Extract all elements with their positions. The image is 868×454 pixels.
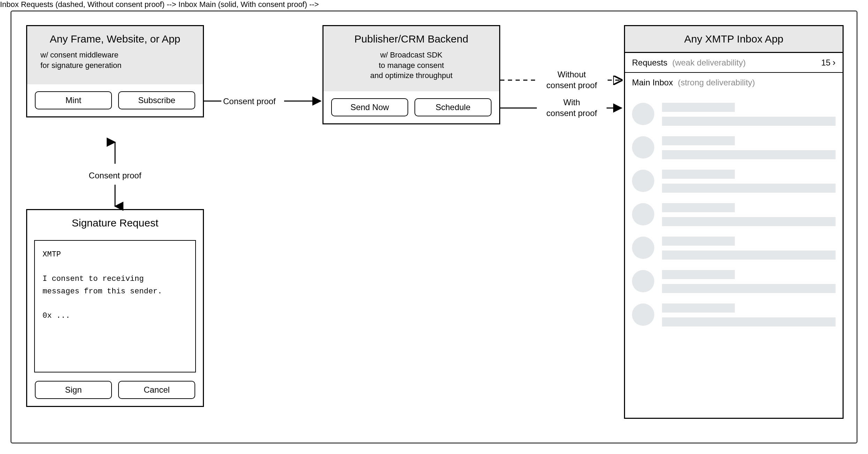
message-preview bbox=[662, 170, 836, 193]
message-preview bbox=[662, 136, 836, 159]
placeholder-line bbox=[662, 203, 735, 212]
mint-button[interactable]: Mint bbox=[35, 91, 112, 109]
edge-label-without-consent: Without consent proof bbox=[537, 69, 607, 91]
frontend-button-row: Mint Subscribe bbox=[27, 84, 203, 116]
list-item[interactable] bbox=[632, 170, 836, 193]
requests-count: 15 bbox=[821, 58, 831, 68]
placeholder-line bbox=[662, 117, 836, 126]
cancel-button[interactable]: Cancel bbox=[118, 381, 195, 399]
list-item[interactable] bbox=[632, 270, 836, 293]
message-preview bbox=[662, 237, 836, 260]
message-preview bbox=[662, 303, 836, 326]
subscribe-button[interactable]: Subscribe bbox=[118, 91, 195, 109]
avatar bbox=[632, 170, 654, 192]
requests-label: Requests bbox=[632, 58, 667, 68]
list-item[interactable] bbox=[632, 136, 836, 159]
edge-label-with-consent: With consent proof bbox=[537, 97, 607, 118]
signature-message: XMTP I consent to receiving messages fro… bbox=[34, 240, 196, 372]
backend-subtitle: w/ Broadcast SDK to manage consent and o… bbox=[333, 50, 489, 81]
send-now-button[interactable]: Send Now bbox=[331, 98, 408, 116]
backend-box: Publisher/CRM Backend w/ Broadcast SDK t… bbox=[322, 25, 500, 124]
signature-request-box: Signature Request XMTP I consent to rece… bbox=[26, 209, 204, 407]
placeholder-line bbox=[662, 103, 735, 112]
placeholder-line bbox=[662, 270, 735, 279]
list-item[interactable] bbox=[632, 103, 836, 126]
main-inbox-hint: (strong deliverability) bbox=[678, 78, 755, 87]
edge-label-consent-proof-fe-sig: Consent proof bbox=[59, 170, 171, 181]
sign-button[interactable]: Sign bbox=[35, 381, 112, 399]
backend-header: Publisher/CRM Backend w/ Broadcast SDK t… bbox=[323, 26, 499, 91]
schedule-button[interactable]: Schedule bbox=[414, 98, 492, 116]
message-preview bbox=[662, 103, 836, 126]
avatar bbox=[632, 203, 654, 225]
avatar bbox=[632, 103, 654, 125]
signature-button-row: Sign Cancel bbox=[27, 379, 203, 406]
diagram-canvas: Any Frame, Website, or App w/ consent mi… bbox=[0, 0, 868, 454]
inbox-title: Any XMTP Inbox App bbox=[625, 26, 843, 53]
avatar bbox=[632, 303, 654, 326]
message-preview bbox=[662, 203, 836, 226]
placeholder-line bbox=[662, 251, 836, 260]
placeholder-line bbox=[662, 170, 735, 179]
signature-title: Signature Request bbox=[27, 217, 203, 229]
requests-row[interactable]: Requests (weak deliverability) 15 › bbox=[625, 53, 843, 73]
frontend-subtitle: w/ consent middleware for signature gene… bbox=[37, 50, 193, 70]
main-inbox-row: Main Inbox (strong deliverability) bbox=[625, 73, 843, 91]
placeholder-line bbox=[662, 284, 836, 293]
main-inbox-label: Main Inbox bbox=[632, 78, 673, 87]
chevron-right-icon: › bbox=[832, 57, 836, 68]
backend-button-row: Send Now Schedule bbox=[323, 91, 499, 123]
placeholder-line bbox=[662, 303, 735, 313]
edge-label-consent-proof-fe-be: Consent proof bbox=[223, 96, 276, 107]
requests-hint: (weak deliverability) bbox=[672, 58, 746, 68]
inbox-list bbox=[625, 91, 843, 333]
list-item[interactable] bbox=[632, 203, 836, 226]
list-item[interactable] bbox=[632, 237, 836, 260]
avatar bbox=[632, 237, 654, 259]
signature-body: XMTP I consent to receiving messages fro… bbox=[27, 233, 203, 379]
frontend-title: Any Frame, Website, or App bbox=[37, 33, 193, 45]
placeholder-line bbox=[662, 217, 836, 226]
message-preview bbox=[662, 270, 836, 293]
frontend-box: Any Frame, Website, or App w/ consent mi… bbox=[26, 25, 204, 117]
placeholder-line bbox=[662, 237, 735, 246]
backend-title: Publisher/CRM Backend bbox=[333, 33, 489, 45]
placeholder-line bbox=[662, 150, 836, 159]
placeholder-line bbox=[662, 184, 836, 193]
avatar bbox=[632, 136, 654, 159]
list-item[interactable] bbox=[632, 303, 836, 326]
inbox-box: Any XMTP Inbox App Requests (weak delive… bbox=[624, 25, 844, 419]
frontend-header: Any Frame, Website, or App w/ consent mi… bbox=[27, 26, 203, 84]
placeholder-line bbox=[662, 317, 836, 326]
avatar bbox=[632, 270, 654, 292]
placeholder-line bbox=[662, 136, 735, 145]
